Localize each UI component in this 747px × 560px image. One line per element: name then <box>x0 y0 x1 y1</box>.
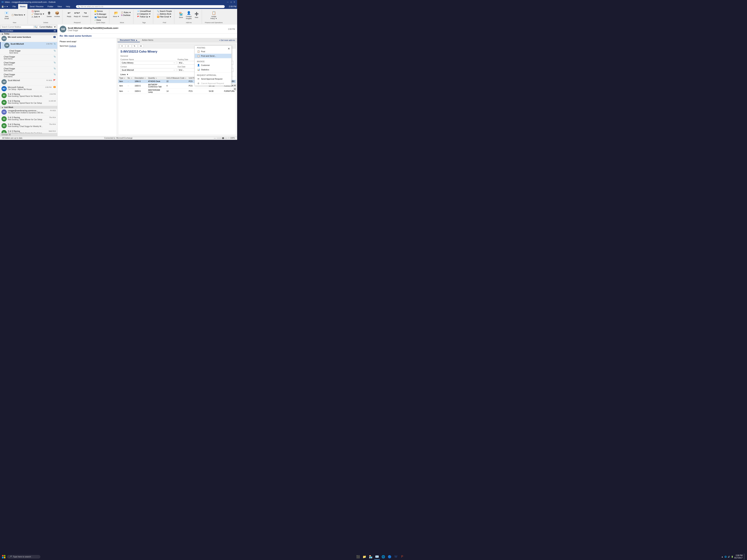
col-type[interactable]: Type ▼ <box>118 77 126 80</box>
reply-all-btn[interactable]: ↩↩ Reply All <box>73 10 81 18</box>
cancel-approval-item[interactable]: ⊘ Cancel Approval Request <box>195 81 231 85</box>
search-input[interactable] <box>1 25 34 28</box>
focused-label[interactable]: Focused <box>1 30 8 32</box>
assign-policy-btn[interactable]: 📋 AssignPolicy ▼ <box>210 10 218 20</box>
follow-up-btn[interactable]: 🚩 Follow Up ▼ <box>136 16 152 18</box>
email-ss-4[interactable]: SS S & S Racing Thu 9/14 New booking: Ch… <box>0 123 57 129</box>
refresh-btn[interactable]: ↻ <box>132 45 137 48</box>
minimize-btn[interactable]: — <box>226 1 229 3</box>
get-more-addins-link[interactable]: + Get more add-ins <box>217 38 236 42</box>
ribbon-group-find: 🔍 Search People 📖 Address Book 🔽 Filter … <box>155 10 174 24</box>
quick-teamemail-btn[interactable]: 👥 Team Email <box>94 16 108 18</box>
quick-tomanager-btn[interactable]: ➡ To Manager <box>94 13 108 16</box>
col-uom[interactable]: Unit of Measure Code ▼ <box>165 77 188 80</box>
email-scott-fri[interactable]: SM Scott Mitchell Fri 9/15 🚩 <box>0 79 57 85</box>
tomanager-icon: ➡ <box>95 13 96 15</box>
junk-btn[interactable]: ⚠ Junk ▼ <box>31 16 45 18</box>
email-chad-1[interactable]: Chad Sogge Sent Items 📎 <box>0 49 57 55</box>
tab-file[interactable]: File <box>11 4 18 9</box>
scroll-up-btn[interactable]: ▲ <box>233 84 236 87</box>
search-people-btn[interactable]: 🔍 Search People <box>156 10 173 12</box>
reply-btn[interactable]: ↩ Reply <box>66 10 73 18</box>
col-desc[interactable]: Description ▼ <box>134 77 147 80</box>
onenote-btn[interactable]: N OneNote <box>120 14 132 17</box>
tab-help[interactable]: Help <box>64 4 72 9</box>
email-time: 2:08 PM <box>228 28 235 30</box>
mailbox-filter-select[interactable]: Current Mailbox <box>38 25 56 28</box>
forward-btn[interactable]: ↪ Forward <box>81 10 89 18</box>
categorize-btn[interactable]: 🏷 Categorize ▼ <box>136 13 152 15</box>
tab-send-receive[interactable]: Send / Receive <box>28 4 45 9</box>
email-ss-1[interactable]: SS S & S Racing 2:04 PM New booking: Spe… <box>0 92 57 99</box>
quick-menu-icon[interactable]: ▼ <box>6 5 8 7</box>
archive-btn[interactable]: 📦 Archive <box>53 10 61 18</box>
tab-view[interactable]: View <box>56 4 64 9</box>
customer-item[interactable]: 👤 Customer <box>195 63 231 68</box>
all-label[interactable]: All <box>54 30 56 32</box>
filter-email-btn[interactable]: 🔽 Filter Email ▼ <box>156 16 173 18</box>
email-chad-2[interactable]: Chad Sogge Sent Items 📎 <box>0 55 57 61</box>
email-ms-outlook[interactable]: MO Microsoft Outlook 2:05 PM Car Setup -… <box>0 85 57 92</box>
restore-btn[interactable]: ◻ <box>230 1 232 3</box>
store-btn[interactable]: 🏪 Store <box>177 11 185 19</box>
new-addin-btn[interactable]: ➕ New <box>193 11 200 19</box>
email-ss-5[interactable]: SS S & S Racing Wed 9/13 New booking: Sh… <box>0 129 57 133</box>
unread-read-btn[interactable]: 📧 Unread/Read <box>136 10 152 12</box>
email-chad-3[interactable]: Chad Sogge Sent Items 📎 <box>0 61 57 67</box>
last-week-collapse[interactable]: ▲ <box>1 106 3 108</box>
ss1-content: S & S Racing 2:04 PM New booking: Speed … <box>8 93 56 97</box>
delete-btn[interactable]: 🗑 Delete <box>46 10 53 18</box>
line-row-3[interactable]: Item ··· 1928-S AMSTERDAM Lamp 14 PCS 54… <box>118 88 236 94</box>
quick-save-icon[interactable]: 💾 <box>1 5 4 7</box>
statistics-item[interactable]: 📊 Statistics <box>195 68 231 72</box>
contact-input[interactable]: Scott Mitchell — <box>121 68 177 72</box>
tab-action-items[interactable]: Action Items <box>140 38 156 42</box>
send-approval-item[interactable]: ✉ Send Approval Request <box>195 77 231 81</box>
filter-email-icon: 🔽 <box>157 16 159 18</box>
tab-home[interactable]: Home <box>18 4 28 9</box>
ignore-btn[interactable]: 🚫 Ignore <box>31 10 45 12</box>
posting-close-btn[interactable]: ✕ <box>228 47 230 50</box>
quick-demos-btn[interactable]: Demos <box>94 10 108 12</box>
ss4-avatar: SS <box>1 123 7 128</box>
email-csogge[interactable]: CS csogge@sandsracing.onmicros... Fri 9/… <box>0 109 57 115</box>
ss3-avatar: SS <box>1 116 7 122</box>
edit-btn[interactable]: ✏ <box>120 45 125 48</box>
quick-done-btn[interactable]: ✓ Done <box>94 19 108 21</box>
email-ss-3[interactable]: SS S & S Racing Thu 9/14 New booking: St… <box>0 115 57 123</box>
quick-undo-icon[interactable]: ↩ <box>4 5 6 7</box>
thread-furniture[interactable]: WN We need some furniture 2 <box>0 35 57 42</box>
lines-expand[interactable]: ▼ <box>127 73 129 76</box>
post-and-send-item[interactable]: 📋 Post and Send... <box>195 54 231 58</box>
col-no[interactable]: No. ▼ <box>126 77 133 80</box>
tell-me-input[interactable]: 🔍 Tell me what you want to do <box>76 5 225 8</box>
move-btn[interactable]: 📂 Move ▼ <box>112 10 120 18</box>
zoom-slider[interactable] <box>216 138 228 138</box>
other-label[interactable]: Other <box>8 30 13 32</box>
tab-document-view[interactable]: Document View ▲ <box>118 38 140 42</box>
customer-name-input[interactable]: Coho Winery — <box>121 61 177 64</box>
post-item[interactable]: 📋 Post <box>195 49 231 54</box>
email-chad-5[interactable]: Chad Sogge Sent Items 📎 <box>0 73 57 79</box>
email-scott-mitchell[interactable]: SM Scott Mitchell 2:08 PM 📎 <box>0 42 57 49</box>
email-chad-4[interactable]: Chad Sogge Sent Items 📎 <box>0 67 57 73</box>
close-btn[interactable]: ✕ <box>233 1 236 3</box>
focused-other-bar: Focused Other All <box>0 29 57 32</box>
address-book-btn[interactable]: 📖 Address Book <box>156 13 173 15</box>
cleanup-btn[interactable]: 🧹 Clean Up ▼ <box>31 13 45 15</box>
due-date-value: 5/1/... <box>179 69 184 71</box>
new-items-btn[interactable]: 📋 New Items ▼ <box>11 14 26 16</box>
contact-insights-btn[interactable]: 👤 ContactInsights <box>185 10 192 20</box>
new-email-btn[interactable]: 📧 NewEmail <box>3 10 10 20</box>
more-btn[interactable]: ••• <box>138 45 144 48</box>
email-ss-2[interactable]: SS S & S Racing 11:48 AM New booking: Sp… <box>0 99 57 106</box>
scott-fri-avatar: SM <box>1 79 7 84</box>
tab-folder[interactable]: Folder <box>46 4 55 9</box>
today-collapse-icon[interactable]: ▲ <box>1 33 3 35</box>
pop-out-btn[interactable]: ⬡ <box>126 45 131 48</box>
forward-label: Forward <box>82 16 88 18</box>
scroll-down-btn[interactable]: ▼ <box>233 87 236 90</box>
rules-btn[interactable]: 📋 Rules ▼ <box>120 11 132 14</box>
col-qty[interactable]: Quantity ▼ <box>147 77 165 80</box>
outlook-link[interactable]: Outlook <box>69 45 76 47</box>
